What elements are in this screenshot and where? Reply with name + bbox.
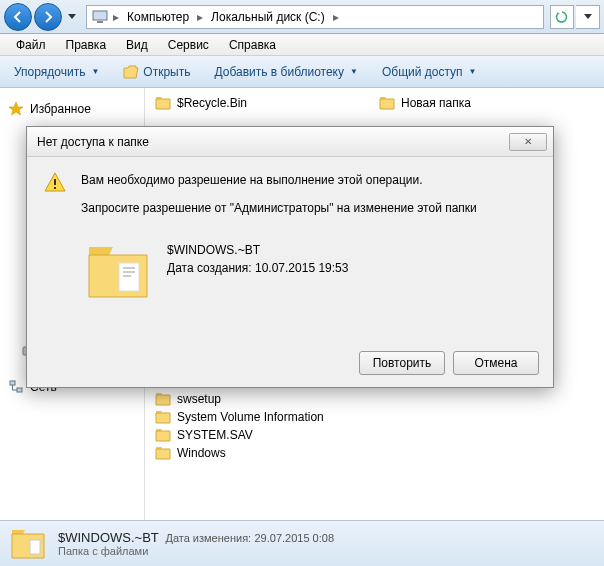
computer-icon (91, 8, 109, 26)
refresh-button[interactable] (550, 5, 574, 29)
open-button[interactable]: Открыть (115, 62, 198, 82)
folder-icon (155, 410, 171, 424)
organize-button[interactable]: Упорядочить▼ (6, 62, 107, 82)
dialog-title: Нет доступа к папке (37, 135, 149, 149)
menu-file[interactable]: Файл (8, 36, 54, 54)
list-item[interactable]: swsetup (151, 390, 598, 408)
star-icon (8, 101, 24, 117)
menu-help[interactable]: Справка (221, 36, 284, 54)
breadcrumb-item[interactable]: Локальный диск (C:) (205, 6, 331, 28)
status-mod-date: 29.07.2015 0:08 (255, 532, 335, 544)
dialog-titlebar: Нет доступа к папке ✕ (27, 127, 553, 157)
menu-bar: Файл Правка Вид Сервис Справка (0, 34, 604, 56)
permission-dialog: Нет доступа к папке ✕ Вам необходимо раз… (26, 126, 554, 388)
svg-rect-1 (97, 21, 103, 23)
status-type: Папка с файлами (58, 545, 334, 557)
dialog-message: Вам необходимо разрешение на выполнение … (81, 171, 477, 227)
close-button[interactable]: ✕ (509, 133, 547, 151)
list-item[interactable]: System Volume Information (151, 408, 598, 426)
folder-icon (155, 96, 171, 110)
toolbar: Упорядочить▼ Открыть Добавить в библиоте… (0, 56, 604, 88)
folder-icon (379, 96, 395, 110)
list-item[interactable]: Новая папка (375, 94, 475, 112)
dropdown-button[interactable] (576, 5, 600, 29)
svg-rect-7 (54, 179, 56, 185)
svg-rect-11 (123, 271, 135, 273)
forward-button[interactable] (34, 3, 62, 31)
menu-tools[interactable]: Сервис (160, 36, 217, 54)
dialog-folder-info: $WINDOWS.~BT Дата создания: 10.07.2015 1… (167, 237, 348, 277)
network-icon (8, 379, 24, 395)
breadcrumb-item[interactable]: Компьютер (121, 6, 195, 28)
chevron-right-icon: ▸ (331, 10, 341, 24)
warning-icon (43, 171, 67, 195)
folder-open-icon (123, 65, 139, 79)
svg-rect-12 (123, 275, 131, 277)
status-mod-label: Дата изменения: (165, 532, 251, 544)
menu-edit[interactable]: Правка (58, 36, 115, 54)
folder-icon (155, 392, 171, 406)
status-bar: $WINDOWS.~BT Дата изменения: 29.07.2015 … (0, 520, 604, 566)
nav-bar: ▸ Компьютер ▸ Локальный диск (C:) ▸ (0, 0, 604, 34)
folder-icon (10, 528, 46, 560)
list-item[interactable]: SYSTEM.SAV (151, 426, 598, 444)
svg-rect-8 (54, 187, 56, 189)
svg-rect-6 (30, 540, 40, 554)
retry-button[interactable]: Повторить (359, 351, 445, 375)
svg-rect-0 (93, 11, 107, 20)
sidebar-favorites[interactable]: Избранное (4, 98, 140, 120)
status-filename: $WINDOWS.~BT (58, 530, 159, 545)
svg-rect-10 (123, 267, 135, 269)
svg-rect-5 (17, 388, 22, 392)
folder-icon (83, 237, 153, 307)
menu-view[interactable]: Вид (118, 36, 156, 54)
svg-rect-4 (10, 381, 15, 385)
add-library-button[interactable]: Добавить в библиотеку▼ (206, 62, 365, 82)
list-item[interactable]: Windows (151, 444, 598, 462)
status-info: $WINDOWS.~BT Дата изменения: 29.07.2015 … (58, 530, 334, 557)
back-button[interactable] (4, 3, 32, 31)
breadcrumb[interactable]: ▸ Компьютер ▸ Локальный диск (C:) ▸ (86, 5, 544, 29)
chevron-right-icon: ▸ (195, 10, 205, 24)
cancel-button[interactable]: Отмена (453, 351, 539, 375)
chevron-right-icon: ▸ (111, 10, 121, 24)
share-button[interactable]: Общий доступ▼ (374, 62, 485, 82)
nav-history-dropdown[interactable] (64, 6, 80, 28)
folder-icon (155, 446, 171, 460)
folder-icon (155, 428, 171, 442)
